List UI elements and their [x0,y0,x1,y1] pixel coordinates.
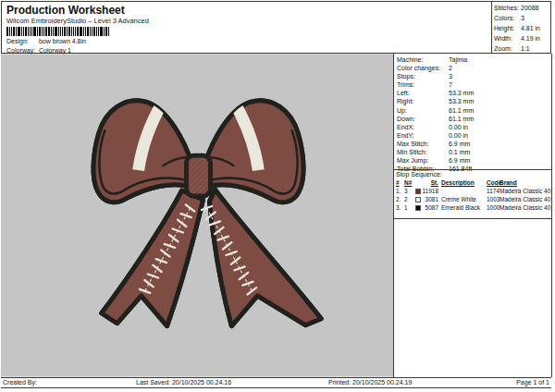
design-label: Design: [6,38,37,44]
barcode [6,27,111,36]
page-title: Production Worksheet [6,4,125,17]
stop-sequence-header: # N# St. Description Code Brand [394,179,551,188]
worksheet-header: Production Worksheet Wilcom EmbroiderySt… [1,1,551,54]
stop-sequence-row: 1. 3 11918 1174 Madeira Classic 40 [394,188,551,196]
colorway-label: Colorway: [6,47,37,54]
colorway-value: Colorway 1 [39,47,71,54]
stat-width: Width:4.19 in [494,33,540,43]
machine-info-panel: Machine:Tajima Color changes:2 Stops:3 T… [393,54,552,377]
stop-sequence-section: Stop Sequence: # N# St. Description Code… [394,169,551,219]
last-saved-label: Last Saved: 20/10/2025 00.24.16 [136,378,231,387]
design-preview-area [1,54,393,377]
printed-label: Printed: 20/10/2025 00.24.19 [328,378,412,387]
stat-zoom: Zoom:1:1 [494,43,540,54]
colorway-row: Colorway: Colorway 1 [6,47,71,54]
design-value: bow brown 4.8in [39,38,86,44]
stop-sequence-row: 3. 1 5087 Emerald Black 1000 Madeira Cla… [394,204,551,213]
football-bow-design [1,54,393,377]
stat-stitches: Stitches:20088 [494,3,540,13]
header-divider [491,2,492,53]
stop-sequence-title: Stop Sequence: [396,171,442,178]
stop-sequence-row: 2. 2 3081 Crème White 1003 Madeira Class… [394,196,551,204]
machine-info-rows: Machine:Tajima Color changes:2 Stops:3 T… [394,55,551,173]
created-by-label: Created By: [3,378,37,387]
stat-height: Height:4.81 in [494,23,540,33]
stats-box: Stitches:20088 Colors:3 Height:4.81 in W… [494,3,540,54]
worksheet-footer: Created By: Last Saved: 20/10/2025 00.24… [1,377,551,388]
page-number: Page 1 of 1 [516,378,549,387]
app-subtitle: Wilcom EmbroideryStudio – Level 3 Advanc… [6,17,149,25]
design-row: Design: bow brown 4.8in [6,38,86,44]
stat-colors: Colors:3 [494,13,540,23]
